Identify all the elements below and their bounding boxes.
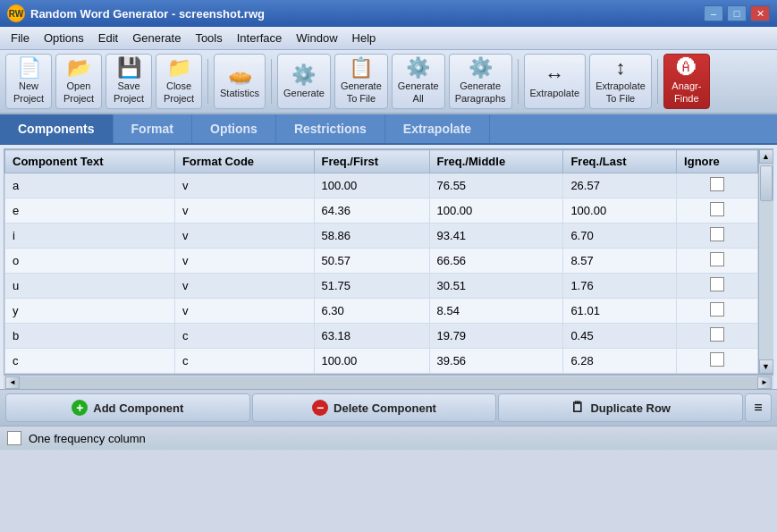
cell-ignore[interactable] bbox=[677, 249, 758, 274]
anagram-finder-button[interactable]: 🅐 Anagr-Finde bbox=[663, 54, 710, 109]
ignore-checkbox[interactable] bbox=[710, 302, 724, 317]
table-row[interactable]: e v 64.36 100.00 100.00 bbox=[5, 198, 758, 224]
col-header-freq-middle: Freq./Middle bbox=[429, 150, 563, 173]
cell-freq-middle: 8.54 bbox=[429, 299, 563, 324]
table-row[interactable]: a v 100.00 76.55 26.57 bbox=[5, 173, 758, 198]
scroll-track bbox=[20, 376, 757, 389]
cell-ignore[interactable] bbox=[677, 299, 758, 324]
menu-window[interactable]: Window bbox=[289, 29, 344, 47]
more-menu-button[interactable]: ≡ bbox=[745, 393, 772, 422]
extrapolate-label: Extrapolate bbox=[530, 88, 580, 98]
cell-format-code: v bbox=[174, 224, 314, 249]
cell-component-text: o bbox=[5, 249, 175, 274]
maximize-button[interactable]: □ bbox=[727, 5, 747, 21]
duplicate-row-button[interactable]: 🗒 Duplicate Row bbox=[498, 393, 743, 422]
cell-component-text: u bbox=[5, 274, 175, 299]
cell-freq-first: 50.57 bbox=[314, 249, 429, 274]
tab-options[interactable]: Options bbox=[192, 114, 276, 143]
generate-all-button[interactable]: ⚙️ GenerateAll bbox=[392, 54, 445, 109]
table-row[interactable]: c c 100.00 39.56 6.28 bbox=[5, 349, 758, 374]
cell-ignore[interactable] bbox=[677, 173, 758, 198]
cell-ignore[interactable] bbox=[677, 349, 758, 374]
vertical-scrollbar[interactable]: ▲ ▼ bbox=[758, 149, 773, 374]
menu-edit[interactable]: Edit bbox=[91, 29, 125, 47]
ignore-checkbox[interactable] bbox=[710, 327, 724, 342]
cell-freq-last: 1.76 bbox=[563, 274, 677, 299]
menu-file[interactable]: File bbox=[4, 29, 37, 47]
new-project-icon: 📄 bbox=[17, 58, 41, 78]
table-row[interactable]: i v 58.86 93.41 6.70 bbox=[5, 224, 758, 249]
add-component-button[interactable]: + Add Component bbox=[5, 393, 250, 422]
table-row[interactable]: y v 6.30 8.54 61.01 bbox=[5, 299, 758, 324]
extrapolate-to-file-button[interactable]: ↕️ ExtrapolateTo File bbox=[589, 54, 652, 109]
open-project-button[interactable]: 📂 OpenProject bbox=[55, 54, 102, 109]
cell-component-text: a bbox=[5, 173, 175, 198]
scroll-left-button[interactable]: ◄ bbox=[5, 376, 20, 389]
cell-ignore[interactable] bbox=[677, 198, 758, 224]
scroll-thumb[interactable] bbox=[760, 165, 773, 201]
minimize-button[interactable]: – bbox=[704, 5, 723, 21]
generate-paragraphs-icon: ⚙️ bbox=[469, 58, 493, 78]
menu-tools[interactable]: Tools bbox=[188, 29, 229, 47]
ignore-checkbox[interactable] bbox=[710, 277, 724, 291]
generate-icon: ⚙️ bbox=[291, 65, 316, 85]
cell-freq-last: 0.45 bbox=[563, 324, 677, 349]
ignore-checkbox[interactable] bbox=[710, 202, 724, 216]
close-project-button[interactable]: 📁 CloseProject bbox=[156, 54, 202, 109]
save-project-button[interactable]: 💾 SaveProject bbox=[106, 54, 152, 109]
cell-component-text: c bbox=[5, 349, 175, 374]
cell-format-code: c bbox=[174, 349, 314, 374]
generate-label: Generate bbox=[283, 88, 325, 98]
cell-ignore[interactable] bbox=[677, 274, 758, 299]
table-row[interactable]: o v 50.57 66.56 8.57 bbox=[5, 249, 758, 274]
scroll-down-button[interactable]: ▼ bbox=[759, 359, 773, 374]
horizontal-scrollbar[interactable]: ◄ ► bbox=[4, 375, 773, 389]
new-project-button[interactable]: 📄 NewProject bbox=[5, 54, 52, 109]
extrapolate-to-file-icon: ↕️ bbox=[616, 58, 626, 78]
scroll-up-button[interactable]: ▲ bbox=[759, 149, 773, 164]
cell-freq-first: 100.00 bbox=[314, 173, 429, 198]
tab-components[interactable]: Components bbox=[0, 114, 114, 143]
scroll-right-button[interactable]: ► bbox=[757, 376, 772, 389]
tab-format[interactable]: Format bbox=[114, 114, 192, 143]
statistics-button[interactable]: 🥧 Statistics bbox=[214, 54, 266, 109]
cell-component-text: i bbox=[5, 224, 175, 249]
duplicate-icon: 🗒 bbox=[570, 400, 585, 416]
ignore-checkbox[interactable] bbox=[710, 252, 724, 266]
menu-generate[interactable]: Generate bbox=[125, 29, 188, 47]
close-project-icon: 📁 bbox=[167, 58, 191, 78]
cell-freq-first: 6.30 bbox=[314, 299, 429, 324]
cell-ignore[interactable] bbox=[677, 324, 758, 349]
cell-freq-last: 6.70 bbox=[563, 224, 677, 249]
menu-interface[interactable]: Interface bbox=[230, 29, 290, 47]
components-table: Component Text Format Code Freq./First F… bbox=[4, 149, 758, 374]
delete-component-button[interactable]: − Delete Component bbox=[252, 393, 497, 422]
cell-ignore[interactable] bbox=[677, 224, 758, 249]
table-row[interactable]: u v 51.75 30.51 1.76 bbox=[5, 274, 758, 299]
cell-component-text: y bbox=[5, 299, 175, 324]
generate-button[interactable]: ⚙️ Generate bbox=[277, 54, 331, 109]
close-button[interactable]: ✕ bbox=[750, 5, 770, 21]
generate-all-icon: ⚙️ bbox=[406, 58, 430, 78]
footer-bar: One frequency column bbox=[0, 426, 777, 450]
extrapolate-button[interactable]: ↔️ Extrapolate bbox=[524, 54, 587, 109]
cell-freq-last: 8.57 bbox=[563, 249, 677, 274]
tab-restrictions[interactable]: Restrictions bbox=[276, 114, 385, 143]
title-bar-controls: – □ ✕ bbox=[704, 5, 770, 21]
tab-extrapolate[interactable]: Extrapolate bbox=[385, 114, 490, 143]
cell-format-code: v bbox=[174, 299, 314, 324]
title-bar: RW Random Word Generator - screenshot.rw… bbox=[0, 0, 777, 27]
ignore-checkbox[interactable] bbox=[710, 352, 724, 367]
menu-help[interactable]: Help bbox=[345, 29, 384, 47]
table-row[interactable]: b c 63.18 19.79 0.45 bbox=[5, 324, 758, 349]
ignore-checkbox[interactable] bbox=[710, 227, 724, 241]
menu-options[interactable]: Options bbox=[37, 29, 91, 47]
one-frequency-checkbox[interactable] bbox=[7, 431, 21, 445]
app-icon: RW bbox=[7, 4, 25, 22]
ignore-checkbox[interactable] bbox=[710, 177, 724, 191]
generate-paragraphs-button[interactable]: ⚙️ GenerateParagraphs bbox=[449, 54, 512, 109]
generate-to-file-button[interactable]: 📋 GenerateTo File bbox=[334, 54, 388, 109]
col-header-component-text: Component Text bbox=[5, 150, 175, 173]
statistics-icon: 🥧 bbox=[228, 65, 252, 85]
statistics-label: Statistics bbox=[220, 88, 259, 98]
